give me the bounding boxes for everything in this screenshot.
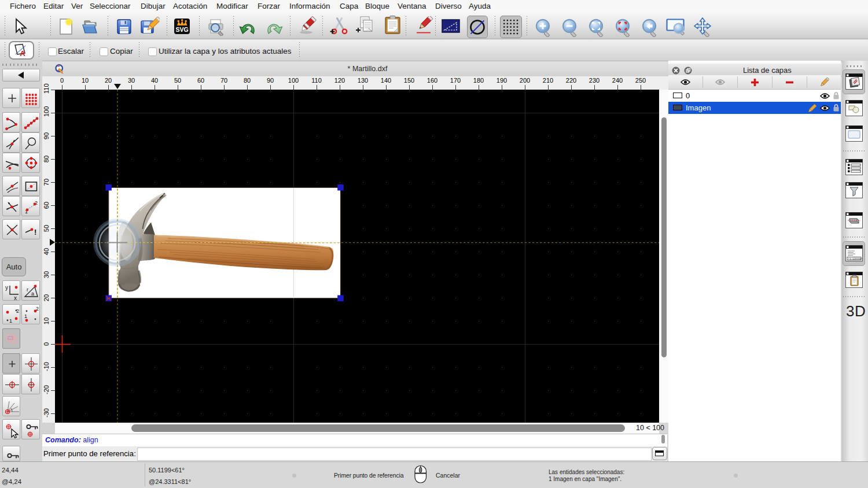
svg-text:x: x xyxy=(14,295,17,300)
svg-text:y: y xyxy=(5,284,8,291)
svg-text:1: 1 xyxy=(9,318,12,324)
svg-text:1: 1 xyxy=(24,313,27,319)
svg-text:2: 2 xyxy=(36,306,39,312)
svg-text:command: command xyxy=(852,257,863,260)
svg-text:!: ! xyxy=(34,228,36,236)
svg-text:A: A xyxy=(20,49,25,58)
svg-text:r: r xyxy=(27,287,28,293)
svg-text:a: a xyxy=(31,291,34,297)
svg-text:SVG: SVG xyxy=(175,26,188,33)
